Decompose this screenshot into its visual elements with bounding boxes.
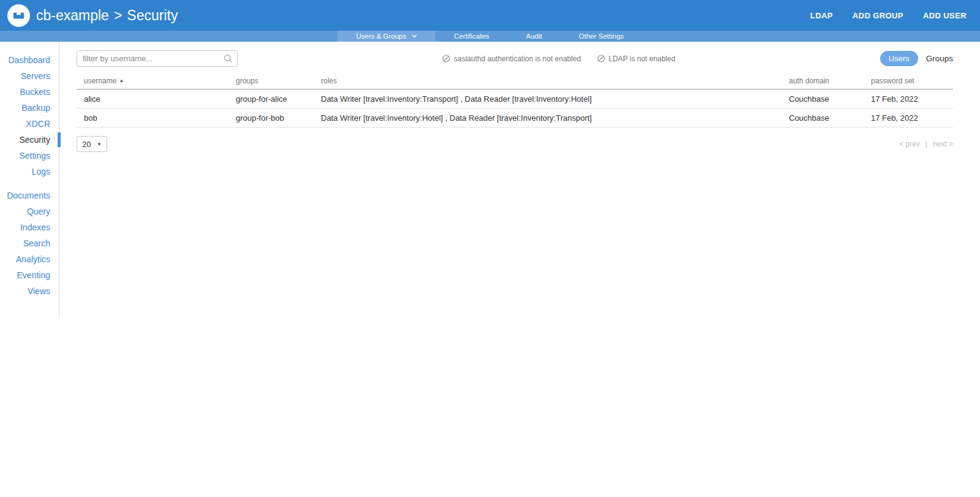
column-header-auth-domain[interactable]: auth domain <box>789 77 871 85</box>
sidebar-item-security[interactable]: Security <box>0 132 59 148</box>
app-header: cb-example > Security LDAP ADD GROUP ADD… <box>0 0 980 31</box>
sidebar-item-buckets[interactable]: Buckets <box>0 84 59 100</box>
add-user-button[interactable]: ADD USER <box>923 11 967 20</box>
pager-nav: < prev | next > <box>899 140 953 148</box>
sidebar-item-servers[interactable]: Servers <box>0 68 59 84</box>
column-header-username[interactable]: username▲ <box>77 77 236 85</box>
users-toolbar: saslauthd authentication is not enabled … <box>77 50 953 67</box>
cell-auth-domain: Couchbase <box>789 94 871 104</box>
sidebar: Dashboard Servers Buckets Backup XDCR Se… <box>0 42 59 319</box>
column-header-roles[interactable]: roles <box>321 77 789 85</box>
page-size-value: 20 <box>82 140 91 149</box>
couchbase-logo-icon <box>7 4 30 27</box>
tab-other-settings[interactable]: Other Settings <box>560 31 643 42</box>
sidebar-item-dashboard[interactable]: Dashboard <box>0 52 59 68</box>
cell-password-set: 17 Feb, 2022 <box>871 94 953 104</box>
column-header-password-set[interactable]: password set <box>871 77 953 85</box>
active-indicator-bar <box>58 132 61 147</box>
saslauthd-notice-text: saslauthd authentication is not enabled <box>454 55 581 63</box>
column-header-groups[interactable]: groups <box>236 77 321 85</box>
cell-groups: group-for-bob <box>236 113 321 123</box>
sidebar-item-security-label: Security <box>19 135 50 145</box>
add-group-button[interactable]: ADD GROUP <box>853 11 903 20</box>
tab-users-groups-label: Users & Groups <box>356 32 406 40</box>
page-title: Security <box>127 7 178 24</box>
cell-roles: Data Writer [travel:Inventory:Hotel] , D… <box>321 113 789 123</box>
ldap-notice-text: LDAP is not enabled <box>609 55 676 63</box>
main-content: saslauthd authentication is not enabled … <box>59 42 980 152</box>
users-table: username▲ groups roles auth domain passw… <box>77 72 953 127</box>
ldap-notice: LDAP is not enabled <box>597 55 676 63</box>
table-row-bob[interactable]: bob group-for-bob Data Writer [travel:In… <box>77 108 953 127</box>
cluster-name: cb-example <box>36 7 109 24</box>
sort-asc-icon: ▲ <box>119 78 124 83</box>
filter-field-wrap <box>77 50 238 67</box>
sidebar-item-backup[interactable]: Backup <box>0 100 59 116</box>
page-size-select[interactable]: 20 ▼ <box>77 136 107 152</box>
cell-roles: Data Writer [travel:Inventory:Transport]… <box>321 94 789 104</box>
cell-username: alice <box>77 94 236 104</box>
tab-other-settings-label: Other Settings <box>579 32 624 40</box>
auth-notices: saslauthd authentication is not enabled … <box>238 55 880 63</box>
sidebar-item-analytics[interactable]: Analytics <box>0 251 59 267</box>
pager-separator: | <box>925 140 927 148</box>
saslauthd-notice: saslauthd authentication is not enabled <box>442 55 581 63</box>
sidebar-item-xdcr[interactable]: XDCR <box>0 116 59 132</box>
prev-page-link[interactable]: < prev <box>899 140 920 148</box>
filter-username-input[interactable] <box>77 50 238 67</box>
sidebar-group-divider <box>0 180 59 188</box>
sidebar-item-documents[interactable]: Documents <box>0 188 59 203</box>
breadcrumb: cb-example > Security <box>36 7 178 24</box>
pagination: 20 ▼ < prev | next > <box>77 136 953 152</box>
sidebar-item-logs[interactable]: Logs <box>0 164 59 180</box>
security-subnav: Users & Groups Certificates Audit Other … <box>0 31 980 42</box>
cell-password-set: 17 Feb, 2022 <box>871 113 953 123</box>
chevron-down-icon: ▼ <box>97 142 102 147</box>
groups-toggle-button[interactable]: Groups <box>926 54 953 63</box>
tab-certificates[interactable]: Certificates <box>435 31 508 42</box>
tab-audit-label: Audit <box>526 32 542 40</box>
cell-username: bob <box>77 113 236 123</box>
users-toggle-button[interactable]: Users <box>880 51 918 66</box>
users-groups-toggle: Users Groups <box>880 51 953 66</box>
cell-groups: group-for-alice <box>236 94 321 104</box>
ldap-button[interactable]: LDAP <box>810 11 833 20</box>
next-page-link[interactable]: next > <box>933 140 953 148</box>
column-header-username-label: username <box>84 77 116 85</box>
tab-certificates-label: Certificates <box>454 32 489 40</box>
tab-users-groups[interactable]: Users & Groups <box>337 31 435 42</box>
breadcrumb-separator: > <box>114 7 122 24</box>
chevron-down-icon <box>412 34 417 38</box>
header-actions: LDAP ADD GROUP ADD USER <box>810 11 967 20</box>
sidebar-item-search[interactable]: Search <box>0 235 59 251</box>
tab-audit[interactable]: Audit <box>508 31 560 42</box>
users-table-header: username▲ groups roles auth domain passw… <box>77 72 953 89</box>
table-row-alice[interactable]: alice group-for-alice Data Writer [trave… <box>77 89 953 108</box>
disabled-icon <box>442 55 450 63</box>
sidebar-item-query[interactable]: Query <box>0 203 59 219</box>
search-icon <box>224 54 233 63</box>
sidebar-item-indexes[interactable]: Indexes <box>0 219 59 235</box>
sidebar-item-eventing[interactable]: Eventing <box>0 267 59 283</box>
cell-auth-domain: Couchbase <box>789 113 871 123</box>
sidebar-item-views[interactable]: Views <box>0 283 59 299</box>
sidebar-item-settings[interactable]: Settings <box>0 148 59 164</box>
disabled-icon <box>597 55 605 63</box>
